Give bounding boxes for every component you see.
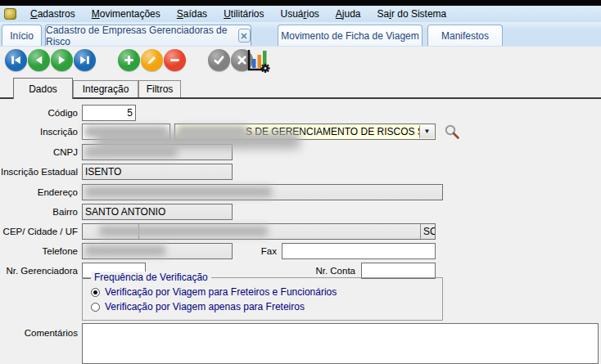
nr-conta-input[interactable] <box>361 263 436 279</box>
document-tab-strip: Início Cadastro de Empresas Gerenciadora… <box>0 22 601 47</box>
pencil-icon <box>145 53 159 67</box>
window-top-strip <box>0 0 601 6</box>
cep-cidade-uf-label: CEP/ Cidade / UF <box>0 223 78 240</box>
plus-icon <box>122 53 136 67</box>
menu-sair-do-sistema[interactable]: Sair do Sistema <box>369 7 455 21</box>
nr-conta-label: Nr. Conta <box>278 263 355 279</box>
frequencia-verificacao-groupbox: Frequência de Verificação Verificação po… <box>82 277 443 321</box>
close-tab-icon[interactable] <box>238 29 251 43</box>
first-record-icon <box>9 53 23 67</box>
bairro-label: Bairro <box>0 204 78 220</box>
menu-cadastros[interactable]: Cadastros <box>22 7 84 21</box>
radio-selected-icon <box>91 288 100 297</box>
radio-verificacao-apenas-freteiros[interactable]: Verificação por Viagem apenas para Frete… <box>91 301 305 312</box>
comentarios-label: Comentários <box>0 325 78 341</box>
subtab-integracao[interactable]: Integração <box>73 80 138 97</box>
last-record-icon <box>78 53 92 67</box>
redacted-cep-cidade-data <box>99 226 268 236</box>
app-icon <box>4 8 16 20</box>
subtab-dados[interactable]: Dados <box>13 78 73 99</box>
redacted-cnpj-data <box>85 146 177 157</box>
inscricao-estadual-label: Inscrição Estadual <box>0 164 78 180</box>
radio-unselected-icon <box>91 303 100 312</box>
next-record-button[interactable] <box>51 49 73 71</box>
first-record-button[interactable] <box>5 49 27 71</box>
menu-saidas[interactable]: Saídas <box>169 7 215 21</box>
chart-report-button[interactable] <box>245 48 272 73</box>
telefone-label: Telefone <box>0 243 78 259</box>
tab-inicio[interactable]: Início <box>2 25 42 46</box>
search-icon[interactable] <box>443 123 461 141</box>
last-record-button[interactable] <box>74 49 96 71</box>
comentarios-textarea[interactable] <box>82 323 599 364</box>
endereco-label: Endereço <box>0 184 78 200</box>
application-window: { "colors": { "menubar_bg": "#d7e7f7", "… <box>0 0 601 364</box>
radio-verificacao-freteiros-funcionarios[interactable]: Verificação por Viagem para Freteiros e … <box>91 286 337 298</box>
previous-record-button[interactable] <box>28 49 50 71</box>
previous-record-icon <box>32 53 46 67</box>
inscricao-label: Inscrição <box>0 124 78 140</box>
fax-label: Fax <box>231 243 277 259</box>
fax-input[interactable] <box>282 243 436 259</box>
delete-record-button[interactable] <box>164 49 186 71</box>
bairro-input[interactable]: SANTO ANTONIO <box>82 204 233 220</box>
redacted-endereco-data <box>85 186 272 197</box>
tab-movimento-ficha-viagem[interactable]: Movimento de Ficha de Viagem <box>278 25 423 46</box>
add-record-button[interactable] <box>118 49 140 71</box>
frequencia-verificacao-title: Frequência de Verificação <box>91 272 211 283</box>
menu-movimentacoes[interactable]: Movimentações <box>84 7 169 21</box>
next-record-icon <box>55 53 69 67</box>
uf-value: SC <box>423 224 436 239</box>
redacted-telefone-data <box>85 245 165 256</box>
bar-chart-gear-icon <box>245 48 272 73</box>
menu-usuarios[interactable]: Usuários <box>272 7 327 21</box>
menu-ajuda[interactable]: Ajuda <box>328 7 369 21</box>
menu-utilitarios[interactable]: Utilitários <box>215 7 272 21</box>
codigo-input[interactable]: 5 <box>82 105 136 121</box>
edit-record-button[interactable] <box>141 49 163 71</box>
tab-cadastro-empresas-gerenciadoras[interactable]: Cadastro de Empresas Gerenciadoras de Ri… <box>45 25 251 46</box>
redacted-combo-prefix <box>178 126 246 137</box>
codigo-label: Código <box>0 105 78 121</box>
check-icon <box>212 53 226 67</box>
cnpj-label: CNPJ <box>0 144 78 160</box>
nr-gerenciadora-label: Nr. Gerenciadora <box>0 263 78 279</box>
menu-bar: Cadastros Movimentações Saídas Utilitári… <box>0 6 601 22</box>
confirm-button[interactable] <box>208 49 230 71</box>
combobox-dropdown-arrow-icon[interactable]: ▼ <box>419 125 434 138</box>
inscricao-estadual-input[interactable]: ISENTO <box>82 164 233 180</box>
cidade-uf-divider <box>420 224 421 239</box>
tab-manifestos[interactable]: Manifestos <box>427 25 503 46</box>
subtab-divider-line <box>0 97 601 99</box>
minus-icon <box>168 53 182 67</box>
subtab-filtros[interactable]: Filtros <box>138 80 181 97</box>
